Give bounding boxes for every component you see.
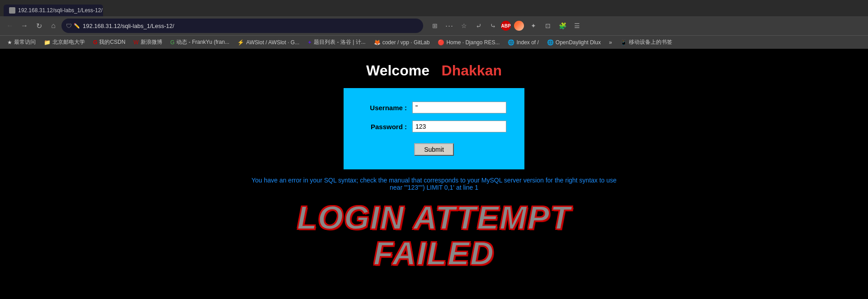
bookmark-index-label: Index of /	[516, 39, 538, 46]
password-label: Password :	[362, 123, 407, 131]
weibo-icon: W	[133, 39, 138, 46]
mobile-icon: 📱	[620, 39, 627, 46]
bookmark-csdn[interactable]: G 我的CSDN	[90, 37, 129, 47]
welcome-header: Welcome Dhakkan	[366, 62, 502, 79]
bookmark-index[interactable]: 🌐 Index of /	[504, 38, 542, 47]
welcome-text: Welcome	[366, 62, 429, 79]
bookmark-mobile[interactable]: 📱 移动设备上的书签	[617, 37, 676, 47]
ff-avatar-icon	[514, 21, 524, 31]
bookmark-django-label: Home · Django RES...	[446, 39, 500, 46]
hamburger-button[interactable]: ☰	[571, 19, 583, 32]
luogu-icon: ✦	[307, 39, 312, 46]
tab-bar: 192.168.31.12/sqli-labs_1/Less-12/	[0, 0, 868, 16]
address-bar-container: 🛡 ✏️	[61, 19, 423, 33]
login-failed-line2: FAILED	[297, 236, 571, 271]
bookmark-mobile-label: 移动设备上的书签	[629, 38, 672, 46]
forward-button[interactable]: →	[18, 19, 31, 32]
google-icon: G	[170, 39, 175, 46]
bookmark-gitlab-label: coder / vpp · GitLab	[382, 39, 430, 46]
username-input[interactable]	[412, 102, 506, 113]
screenshot-button[interactable]: ⊡	[542, 19, 554, 32]
awslot-icon: ⚡	[237, 39, 244, 46]
tab-favicon	[9, 7, 15, 14]
bookmark-google-label: 动态 - FrankYu (fran...	[176, 38, 229, 46]
home-button[interactable]: ⌂	[47, 19, 60, 32]
more-button[interactable]: ···	[443, 19, 456, 32]
back-history-button[interactable]: ⤶	[472, 19, 485, 32]
adblock-button[interactable]: ABP	[501, 21, 511, 31]
frequent-icon: ★	[7, 39, 12, 46]
active-tab[interactable]: 192.168.31.12/sqli-labs_1/Less-12/	[4, 5, 103, 16]
browser-chrome: 192.168.31.12/sqli-labs_1/Less-12/ ← → ↻…	[0, 0, 868, 49]
bookmark-awslot[interactable]: ⚡ AWSlot / AWSlot · G...	[234, 38, 303, 47]
page-content: Welcome Dhakkan Username : Password : Su…	[0, 49, 868, 299]
tab-grid-button[interactable]: ⊞	[429, 19, 441, 32]
address-input[interactable]	[83, 23, 419, 29]
bookmark-bjtu[interactable]: 📁 北京邮电大学	[40, 37, 89, 47]
bookmark-weibo[interactable]: W 新浪微博	[130, 37, 165, 47]
csdn-icon: G	[93, 39, 97, 46]
bookmark-luogu-label: 题目列表 - 洛谷 | 计...	[314, 38, 365, 46]
star-button[interactable]: ☆	[458, 19, 470, 32]
bookmark-opendaylight[interactable]: 🌐 OpenDaylight Dlux	[543, 38, 604, 47]
bookmark-weibo-label: 新浪微博	[141, 38, 162, 46]
bookmark-bjtu-label: 北京邮电大学	[52, 38, 85, 46]
lock-icon: ✏️	[74, 23, 80, 29]
submit-button[interactable]: Submit	[414, 143, 454, 156]
nav-right-icons: ⊞ ··· ☆ ⤶ ⤷ ABP ✦ ⊡ 🧩 ☰	[429, 19, 583, 32]
username-row: Username :	[362, 102, 506, 113]
nav-bar: ← → ↻ ⌂ 🛡 ✏️ ⊞ ··· ☆ ⤶ ⤷ ABP ✦ ⊡ 🧩 ☰	[0, 16, 868, 35]
puzzle-button[interactable]: 🧩	[556, 19, 569, 32]
bookmarks-bar: ★ 最常访问 📁 北京邮电大学 G 我的CSDN W 新浪微博 G 动态 - F…	[0, 35, 868, 49]
bookmark-frequent-label: 最常访问	[14, 38, 36, 46]
password-input[interactable]	[412, 121, 506, 132]
sql-error-message: You have an error in your SQL syntax; ch…	[231, 177, 637, 191]
reload-button[interactable]: ↻	[33, 19, 45, 32]
bookmark-more-label: »	[609, 39, 612, 46]
bookmark-more[interactable]: »	[605, 38, 616, 47]
address-bar-icons: 🛡 ✏️	[66, 23, 80, 29]
bookmark-opendaylight-label: OpenDaylight Dlux	[556, 39, 601, 46]
login-form-box: Username : Password : Submit	[344, 88, 524, 169]
security-shield-icon: 🛡	[66, 23, 72, 29]
bookmark-frequent[interactable]: ★ 最常访问	[4, 37, 39, 47]
tab-label: 192.168.31.12/sqli-labs_1/Less-12/	[18, 7, 103, 14]
login-failed-banner: LOGIN ATTEMPT FAILED	[297, 200, 571, 271]
opendaylight-icon: 🌐	[547, 39, 554, 46]
bookmark-django[interactable]: 🔴 Home · Django RES...	[434, 38, 503, 47]
bookmark-csdn-label: 我的CSDN	[99, 38, 125, 46]
django-icon: 🔴	[438, 39, 444, 46]
back-button[interactable]: ←	[4, 19, 16, 32]
firefox-account-button[interactable]	[513, 19, 525, 32]
index-icon: 🌐	[508, 39, 514, 46]
bookmark-awslot-label: AWSlot / AWSlot · G...	[246, 39, 299, 46]
bjtu-icon: 📁	[44, 39, 51, 46]
password-row: Password :	[362, 121, 506, 132]
bookmark-gitlab[interactable]: 🦊 coder / vpp · GitLab	[370, 38, 434, 47]
bookmark-luogu[interactable]: ✦ 题目列表 - 洛谷 | 计...	[304, 37, 369, 47]
dhakkan-text: Dhakkan	[442, 62, 502, 79]
login-failed-line1: LOGIN ATTEMPT	[297, 200, 571, 236]
username-label: Username :	[362, 104, 407, 112]
bookmark-google[interactable]: G 动态 - FrankYu (fran...	[167, 37, 233, 47]
pocket-button[interactable]: ✦	[527, 19, 540, 32]
forward-history-button[interactable]: ⤷	[486, 19, 499, 32]
gitlab-icon: 🦊	[374, 39, 381, 46]
